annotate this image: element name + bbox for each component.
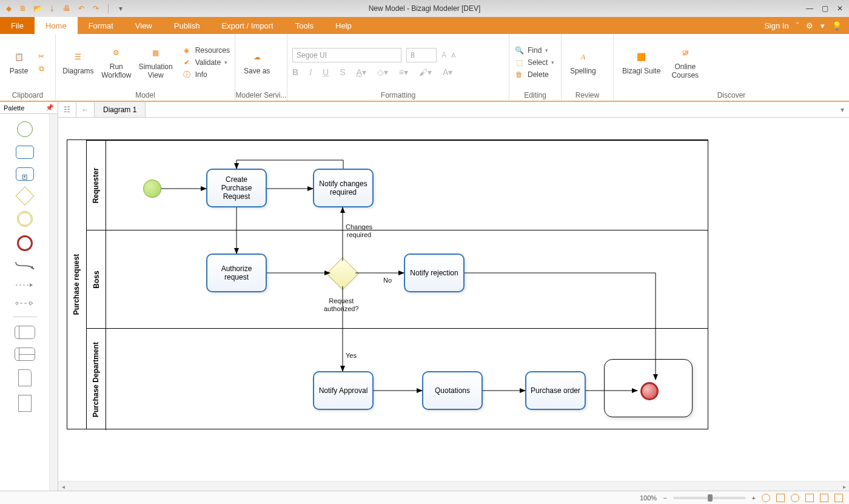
task-purchase-order[interactable]: Purchase order	[525, 371, 586, 410]
align-icon[interactable]: ≡▾	[399, 67, 408, 77]
zoom-in-icon[interactable]: +	[752, 494, 756, 502]
zoom-page-icon[interactable]	[776, 494, 785, 502]
strike-icon[interactable]: S	[340, 67, 345, 77]
collapse-ribbon-icon[interactable]: ˆ	[796, 21, 799, 30]
delete-button[interactable]: 🗑Delete	[514, 70, 554, 79]
run-workflow-button[interactable]: ⚙ Run Workflow	[99, 44, 133, 81]
minimize-icon[interactable]: ―	[806, 4, 813, 13]
paste-label: Paste	[10, 67, 29, 76]
palette-sequence-flow[interactable]	[15, 260, 35, 272]
menu-format[interactable]: Format	[78, 17, 124, 34]
new-icon[interactable]: 🗎	[18, 4, 28, 13]
palette-association[interactable]	[15, 280, 35, 290]
settings-icon[interactable]: ⚙	[806, 21, 813, 30]
zoom-fit-icon[interactable]	[762, 494, 770, 502]
select-button[interactable]: ⬚Select	[514, 58, 554, 67]
font-color-icon[interactable]: A▾	[356, 67, 366, 77]
paste-button[interactable]: 📋 Paste	[5, 48, 33, 77]
task-quotations[interactable]: Quotations	[422, 371, 483, 410]
info-button[interactable]: ⓘInfo	[182, 70, 230, 79]
palette-scrollbar[interactable]	[49, 114, 58, 491]
spelling-button[interactable]: A Spelling	[566, 48, 600, 77]
palette-subprocess[interactable]: +	[16, 167, 34, 181]
palette-gateway[interactable]	[15, 186, 34, 205]
palette-start-event[interactable]	[17, 121, 33, 137]
start-event[interactable]	[143, 180, 161, 198]
open-icon[interactable]: 📂	[33, 4, 42, 13]
qat-dropdown-icon[interactable]: ▾	[116, 4, 126, 13]
validate-button[interactable]: ✔Validate	[182, 58, 230, 67]
grow-font-icon[interactable]: A	[441, 51, 446, 59]
task-notify-approval[interactable]: Notify Approval	[313, 371, 374, 410]
cut-icon[interactable]: ✂	[36, 52, 46, 61]
menu-file[interactable]: File	[0, 17, 35, 34]
palette-message-flow[interactable]	[15, 298, 35, 308]
fill-color-icon[interactable]: ◇▾	[377, 67, 388, 77]
maximize-icon[interactable]: ▢	[822, 4, 828, 13]
diagram-back-icon[interactable]: ←	[76, 102, 95, 117]
hint-icon[interactable]: 💡	[832, 21, 842, 30]
font-select[interactable]	[292, 48, 401, 62]
diagrams-button[interactable]: ☰ Diagrams	[61, 48, 96, 77]
task-authorize-request[interactable]: Authorize request	[206, 254, 267, 292]
zoom-selection-icon[interactable]	[791, 494, 799, 502]
diagram-tab[interactable]: Diagram 1	[95, 102, 146, 117]
menu-export[interactable]: Export / Import	[210, 17, 284, 34]
palette-task[interactable]	[16, 146, 34, 159]
menu-tools[interactable]: Tools	[284, 17, 324, 34]
palette-intermediate-event[interactable]	[17, 211, 33, 227]
scroll-right-icon[interactable]: ▸	[839, 482, 849, 491]
palette-lane[interactable]	[15, 348, 35, 361]
find-button[interactable]: 🔍Find	[514, 45, 554, 55]
zoom-slider[interactable]	[673, 497, 746, 499]
resources-button[interactable]: ◈Resources	[182, 45, 230, 55]
tab-dropdown-icon[interactable]: ▾	[841, 106, 844, 114]
copy-icon[interactable]: ⧉	[36, 64, 46, 73]
format-painter-icon[interactable]: 🖌▾	[419, 67, 432, 77]
save-icon[interactable]: ⭳	[47, 4, 57, 13]
lane-requester[interactable]: Requester	[87, 140, 708, 230]
palette-data-object[interactable]	[18, 395, 32, 412]
italic-icon[interactable]: I	[309, 67, 312, 77]
shrink-font-icon[interactable]: A	[451, 52, 455, 59]
close-icon[interactable]: ✕	[837, 4, 843, 13]
view-grid-icon[interactable]	[805, 494, 814, 502]
print-icon[interactable]: 🖶	[62, 4, 72, 13]
online-courses-button[interactable]: 🖳 Online Courses	[668, 44, 702, 81]
save-as-button[interactable]: ☁ Save as	[240, 48, 273, 77]
palette-end-event[interactable]	[17, 235, 33, 251]
bold-icon[interactable]: B	[292, 67, 298, 77]
menu-publish[interactable]: Publish	[163, 17, 211, 34]
font-size-select[interactable]	[406, 48, 437, 62]
scroll-left-icon[interactable]: ◂	[58, 482, 68, 491]
task-notify-rejection[interactable]: Notify rejection	[404, 254, 465, 292]
title-bar: ◆ 🗎 📂 ⭳ 🖶 ↶ ↷ ▾ New Model - Bizagi Model…	[0, 0, 849, 17]
palette-pool[interactable]	[15, 326, 35, 339]
bizagi-suite-button[interactable]: 🟧 Bizagi Suite	[619, 48, 664, 77]
redo-icon[interactable]: ↷	[91, 4, 101, 13]
lane-boss[interactable]: Boss	[87, 230, 708, 328]
diagrams-icon: ☰	[69, 49, 88, 66]
task-notify-changes[interactable]: Notify changes required	[313, 169, 374, 207]
task-create-purchase-request[interactable]: Create Purchase Request	[206, 169, 267, 207]
clear-format-icon[interactable]: A▾	[443, 67, 452, 77]
menu-view[interactable]: View	[124, 17, 163, 34]
diagram-list-icon[interactable]: ☷	[58, 102, 76, 117]
canvas-hscroll[interactable]: ◂ ▸	[58, 481, 849, 491]
menu-help[interactable]: Help	[324, 17, 363, 34]
view-grid2-icon[interactable]	[820, 494, 828, 502]
view-fullscreen-icon[interactable]	[834, 494, 843, 502]
palette-pin-icon[interactable]: 📌	[45, 104, 54, 112]
simulation-view-button[interactable]: ▦ Simulation View	[137, 44, 175, 81]
undo-icon[interactable]: ↶	[76, 4, 86, 13]
settings-dropdown-icon[interactable]: ▾	[820, 21, 825, 30]
sign-in-link[interactable]: Sign In	[764, 21, 788, 30]
underline-icon[interactable]: U	[323, 67, 329, 77]
zoom-out-icon[interactable]: −	[663, 494, 666, 502]
menu-home[interactable]: Home	[35, 17, 78, 34]
palette-milestone[interactable]	[18, 369, 32, 386]
qat-separator	[108, 4, 109, 13]
diagram-canvas[interactable]: Purchase request Requester Boss Purchase…	[58, 118, 849, 481]
ribbon: 📋 Paste ✂ ⧉ Clipboard ☰ Diagrams ⚙ Run W…	[0, 34, 849, 102]
end-event[interactable]	[640, 382, 659, 400]
